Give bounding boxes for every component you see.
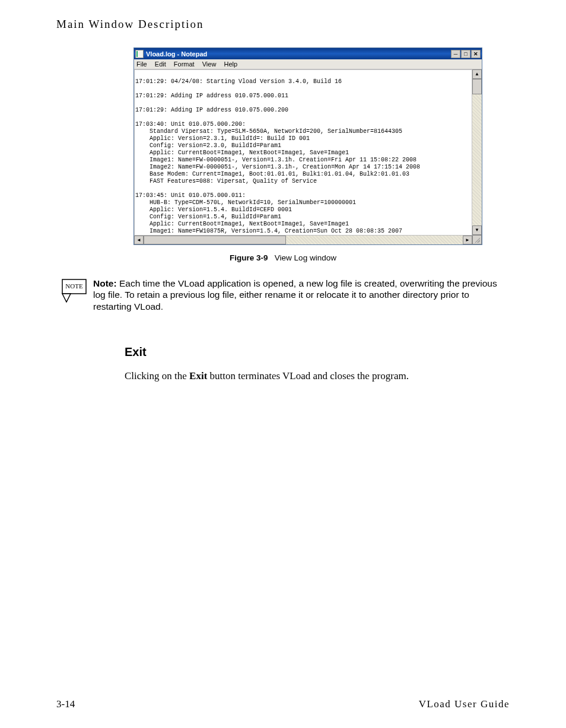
horizontal-scrollbar[interactable]: ◄ ► [134, 235, 472, 244]
menu-bar: File Edit Format View Help [134, 59, 482, 69]
window-titlebar: Vload.log - Notepad ─ □ ✕ [134, 48, 482, 59]
hscroll-thumb[interactable] [144, 236, 286, 244]
note-badge-text: NOTE [65, 282, 83, 290]
menu-view[interactable]: View [202, 61, 217, 68]
notepad-window: Vload.log - Notepad ─ □ ✕ File Edit Form… [133, 47, 482, 245]
note-body: Each time the VLoad application is opene… [93, 278, 497, 311]
scroll-down-icon[interactable]: ▼ [472, 225, 482, 235]
figure-text: View Log window [275, 253, 336, 262]
close-button[interactable]: ✕ [471, 50, 481, 58]
figure-label: Figure 3-9 [230, 253, 268, 262]
note-badge-icon: NOTE [56, 278, 87, 305]
vertical-scrollbar[interactable]: ▲ ▼ [472, 69, 482, 235]
maximize-button[interactable]: □ [461, 50, 470, 58]
window-title: Vload.log - Notepad [146, 50, 451, 58]
section-heading-exit: Exit [125, 345, 510, 359]
note-text: Note: Each time the VLoad application is… [93, 278, 510, 312]
figure-caption: Figure 3-9 View Log window [56, 253, 510, 262]
page-number: 3-14 [56, 698, 75, 710]
minimize-button[interactable]: ─ [451, 50, 460, 58]
note-label: Note: [93, 278, 117, 288]
menu-edit[interactable]: Edit [155, 61, 166, 68]
scroll-thumb[interactable] [472, 79, 482, 94]
scroll-track[interactable] [472, 94, 482, 225]
log-text-area[interactable]: 17:01:29: 04/24/08: Starting Vload Versi… [134, 69, 472, 235]
svg-marker-1 [62, 294, 71, 302]
notepad-icon [135, 50, 144, 58]
scroll-left-icon[interactable]: ◄ [134, 236, 144, 244]
menu-help[interactable]: Help [224, 61, 237, 68]
exit-paragraph: Clicking on the Exit button terminates V… [125, 370, 510, 383]
scroll-right-icon[interactable]: ► [463, 236, 472, 244]
footer-guide-title: VLoad User Guide [419, 698, 510, 710]
scroll-up-icon[interactable]: ▲ [472, 69, 482, 79]
page-header-title: Main Window Description [56, 18, 510, 31]
resize-grip-icon[interactable] [472, 235, 482, 244]
menu-format[interactable]: Format [174, 61, 195, 68]
hscroll-track[interactable] [286, 236, 463, 244]
menu-file[interactable]: File [136, 61, 147, 68]
